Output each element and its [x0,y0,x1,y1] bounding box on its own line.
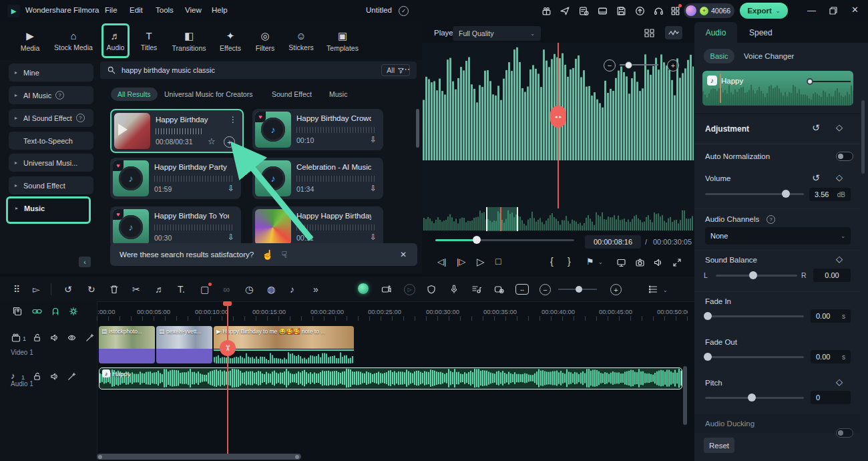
volume-icon[interactable] [652,257,664,268]
tab-stock-media[interactable]: ⌂Stock Media [51,24,95,57]
send-icon[interactable] [560,5,571,17]
player-viewport[interactable]: − + ◂▸ [422,43,694,231]
layout-icon[interactable] [597,5,608,17]
sidebar-item-music[interactable]: ▸Music [9,199,83,217]
render-preview-icon[interactable] [358,283,369,294]
zoom-slider-handle[interactable] [625,61,632,69]
audio-channels-dropdown[interactable]: None ⌄ [705,227,851,245]
collapse-sidebar-button[interactable]: ‹ [79,257,91,267]
add-track-icon[interactable] [12,306,23,317]
result-tab-all[interactable]: All Results [111,88,158,101]
overview-window[interactable] [486,207,518,231]
track-manager-icon[interactable] [648,284,659,295]
tab-audio-properties[interactable]: Audio [694,22,737,43]
sidebar-item-universal-music[interactable]: ▸Universal Musi... [9,154,93,172]
volume-slider[interactable] [705,193,804,195]
previous-frame-icon[interactable]: ◁| [437,257,446,266]
seek-handle[interactable] [473,236,481,244]
download-icon[interactable]: ⇩ [228,184,234,192]
timeline-zoom-in-icon[interactable]: + [610,284,622,295]
pitch-value-box[interactable]: 0 [811,391,851,404]
snapshot-camera-icon[interactable] [634,257,646,268]
split-scissors-icon[interactable]: ✂ [132,285,140,294]
mask-tool-icon[interactable]: ▢ [200,285,209,294]
audio-list-icon[interactable] [471,284,482,295]
toolbox-icon[interactable]: ⠿ [13,285,20,294]
timeline-ruler[interactable]: :00:00 00:00:05:00 00:00:10:00 00:00:15:… [97,301,688,321]
marker-chevron-icon[interactable]: ⌄ [598,259,603,265]
tab-transitions[interactable]: ◧Transitions [168,24,210,57]
volume-keyframe-icon[interactable]: ◇ [836,173,843,182]
ai-audio-icon[interactable]: ♪ [290,285,294,294]
add-camera-icon[interactable] [381,284,392,295]
mark-out-icon[interactable]: } [568,257,571,266]
pitch-handle[interactable] [748,394,756,402]
tab-media[interactable]: ▶Media [15,24,45,57]
sidebar-item-ai-music[interactable]: ▸AI Music? [9,86,93,104]
magnet-snap-icon[interactable] [50,306,61,317]
tab-audio[interactable]: ♬Audio [101,23,130,58]
music-card-happy-birthday-party[interactable]: ♪ ♥ Happy Birthday Party 01:59 ⇩ [110,158,241,199]
sidebar-item-ai-sound-effect[interactable]: ▸AI Sound Effect? [9,109,93,127]
quality-dropdown[interactable]: Full Quality ⌄ [453,26,541,41]
pitch-keyframe-icon[interactable]: ◇ [836,377,843,386]
track-manager-chevron-icon[interactable]: ⌄ [663,287,668,293]
timeline-horizontal-scrollbar[interactable] [97,454,301,460]
timeline-playhead-cap[interactable] [223,301,232,306]
music-card-happy-happy-birthday[interactable]: Happy Happy Birthday ... 00:11 ⇩ [252,206,383,248]
pitch-slider[interactable] [705,397,804,399]
avatar[interactable] [686,5,696,16]
menu-tools[interactable]: Tools [156,6,174,14]
text-tool-icon[interactable]: T. [178,285,185,294]
fade-in-value-box[interactable]: 0.00s [811,309,851,323]
fade-out-value-box[interactable]: 0.00s [811,350,851,363]
timeline-zoom-handle[interactable] [576,286,582,293]
result-tab-universal[interactable]: Universal Music for Creators [164,90,252,98]
thumb-down-icon[interactable]: ☟ [282,250,288,259]
result-tab-sound-effect[interactable]: Sound Effect [272,90,312,98]
search-more-button[interactable]: ⋯ [401,65,411,73]
properties-scrollbar[interactable] [861,100,865,174]
stop-icon[interactable]: □ [495,257,501,266]
music-card-happy-birthday[interactable]: Happy Birthday ⋮ 00:08/00:31 ☆ + [110,109,244,153]
save-icon[interactable] [616,5,627,17]
headset-icon[interactable] [653,5,664,17]
color-match-icon[interactable]: ◍ [267,285,275,294]
lock-track-icon[interactable] [32,371,42,381]
play-preview-icon[interactable]: ▷ [404,284,415,295]
reset-button[interactable]: Reset [704,438,734,453]
overview-waveform[interactable] [423,208,693,230]
gift-icon[interactable] [541,5,552,17]
thumb-up-icon[interactable]: ☝ [262,250,273,259]
kebab-menu-icon[interactable]: ⋮ [229,116,237,124]
result-tab-music[interactable]: Music [329,90,347,98]
fade-out-slider[interactable] [705,356,804,358]
next-frame-icon[interactable]: |▷ [457,257,465,266]
screen-record-icon[interactable] [493,284,505,295]
adjustment-keyframe-icon[interactable]: ◇ [836,123,843,132]
timeline-audio-clip-happy[interactable]: ♪Happy [99,367,682,390]
clip-volume-handle[interactable] [807,78,813,85]
lock-track-icon[interactable] [32,333,42,343]
sound-balance-handle[interactable] [749,271,757,279]
music-card-celebration-ai[interactable]: ♪ Celebration - AI Music 01:34 ⇩ [252,158,383,199]
search-input[interactable]: happy birthday music classic [122,66,215,74]
export-button[interactable]: Export ⌄ [740,3,788,19]
marker-icon[interactable]: ⚑ [586,257,594,266]
music-card-happy-birthday-crowd[interactable]: ♪ ♥ Happy Birthday Crowd ... 00:10 ⇩ [252,109,383,150]
fade-in-slider[interactable] [705,315,804,317]
current-time-box[interactable]: 00:00:08:16 [585,235,641,249]
tab-templates[interactable]: ▣Templates [323,24,362,57]
favorite-star-icon[interactable]: ☆ [208,137,216,146]
menu-file[interactable]: File [105,6,118,14]
close-button[interactable]: ✕ [851,5,859,14]
play-icon[interactable]: ▷ [477,257,485,267]
add-to-timeline-button[interactable]: + [224,136,235,148]
results-scrollbar[interactable] [416,109,419,148]
menu-help[interactable]: Help [212,6,228,14]
volume-value-box[interactable]: 3.56dB [809,188,851,201]
scrollbar-right-handle[interactable] [295,455,299,459]
download-icon[interactable]: ⇩ [370,136,377,144]
seek-bar[interactable] [435,239,574,241]
scrollbar-left-handle[interactable] [98,455,102,459]
